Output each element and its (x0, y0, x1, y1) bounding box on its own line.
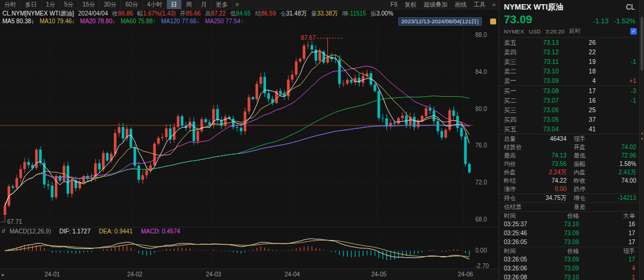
book-level-label: 卖三 (504, 57, 528, 66)
stat-振幅: 振幅1.58% (574, 160, 636, 168)
tool-F9[interactable]: F9 (387, 0, 401, 9)
period-tab-分时[interactable]: 分时 (0, 0, 21, 9)
vertical-scrollbar[interactable]: ▲ ▼ (639, 0, 644, 280)
book-row-卖五[interactable]: 卖五73.1326 (499, 38, 639, 47)
svg-text:72.0: 72.0 (475, 179, 487, 186)
book-volume: 41 (559, 124, 596, 134)
book-row-买三[interactable]: 买三73.0625 (499, 105, 639, 115)
book-row-买一[interactable]: 买一73.0817-3 (499, 86, 639, 96)
big-trade-row: 03:26:0573.0917 (499, 238, 639, 247)
info-field-量: 量33.38万 (311, 10, 338, 18)
book-row-卖一[interactable]: 卖一73.094+1 (499, 76, 639, 86)
stat-value: 2.41万 (619, 168, 636, 177)
period-tab-4小时[interactable]: 4小时 (143, 0, 168, 9)
trade-price: 73.09 (542, 229, 579, 238)
scrollbar-thumb[interactable] (640, 17, 643, 70)
trade-volume: 17 (579, 229, 635, 238)
period-tab-周[interactable]: 周 (182, 0, 197, 9)
book-volume: 18 (559, 66, 596, 76)
book-row-卖二[interactable]: 卖二73.1018 (499, 66, 639, 76)
stat-label: 估结算 (504, 203, 522, 211)
tick-trade-header: 时间价格现手 (499, 247, 639, 255)
stat-value: 0.00 (555, 185, 566, 193)
info-field-高: 高87.22 (205, 10, 226, 18)
delay-info-icon[interactable]: ✓ (630, 28, 637, 35)
scroll-down-icon[interactable]: ▼ (640, 137, 644, 141)
divider (0, 269, 499, 269)
book-volume-delta: -3 (596, 86, 636, 96)
info-field-label: 低 (230, 10, 236, 17)
stat-总量: 总量46434 (504, 135, 574, 143)
stat-value: 74.02 (621, 143, 636, 152)
macd-hist-value: MACD: 0.4574 (141, 228, 180, 235)
price-change: -1.13 -1.52% (593, 17, 637, 24)
info-field-低: 低84.65 (230, 10, 251, 18)
last-price: 73.09 (504, 13, 532, 26)
order-book: 卖五73.1326卖四73.1222卖三73.1119-1卖二73.1018卖一… (499, 37, 639, 134)
book-price: 73.07 (528, 96, 559, 105)
scroll-up-icon[interactable]: ▲ (640, 131, 644, 136)
col-vol: 大单 (579, 212, 635, 220)
book-level-label: 买三 (504, 105, 528, 115)
stat-外盘: 外盘2.24万 (504, 168, 574, 177)
trade-volume: 17 (579, 238, 635, 247)
period-tab-更多[interactable]: 更多 (212, 0, 233, 9)
tool-超级叠加[interactable]: 超级叠加 (420, 0, 451, 9)
book-row-买二[interactable]: 买二73.0716-1 (499, 96, 639, 105)
book-level-label: 卖一 (504, 76, 528, 85)
ma-value-MA120: MA120 77.66↓ (161, 18, 200, 24)
col-time: 时间 (504, 212, 542, 220)
period-tab-1分[interactable]: 1分 (42, 0, 60, 9)
stats-row: 昨结74.22昨收74.00 (499, 177, 639, 185)
range-pin-icon[interactable] (490, 19, 496, 24)
macd-collapse-icon[interactable]: ⇵ (1, 229, 6, 234)
stat-label: 结算价 (504, 143, 522, 152)
svg-text:0.00: 0.00 (475, 247, 487, 254)
book-volume: 19 (559, 57, 596, 66)
more-menu-icon[interactable]: ≡ (233, 0, 242, 9)
toolbar-overflow-icon[interactable]: » (489, 0, 499, 9)
info-field-value: 1.67%(1.43) (143, 10, 175, 17)
info-field-结: 结86.59 (255, 10, 276, 18)
period-tab-月[interactable]: 月 (197, 0, 212, 9)
period-tab-30分[interactable]: 30分 (100, 0, 121, 9)
trade-price: 73.10 (542, 273, 579, 280)
candlestick-chart[interactable]: 88.084.080.076.072.068.024-0124-0224-032… (0, 0, 499, 280)
trade-price: 73.09 (542, 264, 579, 273)
period-tab-60分[interactable]: 60分 (121, 0, 143, 9)
period-tab-5分[interactable]: 5分 (60, 0, 79, 9)
info-field-label: 结 (255, 10, 261, 17)
book-price: 73.08 (528, 86, 559, 96)
period-tab-15分[interactable]: 15分 (78, 0, 100, 9)
stat-label: 内盘 (574, 168, 586, 177)
stat-昨收: 昨收74.00 (574, 177, 636, 185)
stats-row: 结算价开盘74.02 (499, 143, 639, 152)
book-row-买四[interactable]: 买四73.0537 (499, 115, 639, 124)
svg-text:24-05: 24-05 (371, 271, 387, 278)
info-field-value: 84.65 (236, 10, 251, 17)
svg-text:24-06: 24-06 (458, 271, 473, 278)
stat-label: 增仓 (574, 194, 586, 202)
stat-label: 涨停 (504, 185, 516, 193)
tick-trades-table: 时间价格现手03:26:0573.091703:26:0673.09403:26… (499, 247, 639, 280)
stat-开盘: 开盘74.02 (574, 143, 636, 152)
info-field-label: 仓 (280, 10, 286, 17)
book-row-买五[interactable]: 买五73.0441 (499, 124, 639, 134)
tool-工具[interactable]: 工具 (470, 0, 489, 9)
tool-画线[interactable]: 画线 (451, 0, 470, 9)
stats-grid: 总量46434现手结算价开盘74.02最高74.13最低72.96均价73.56… (499, 134, 639, 211)
stat-结算价: 结算价 (504, 143, 574, 152)
trade-volume: 4 (579, 264, 635, 273)
period-tab-多日[interactable]: 多日 (21, 0, 42, 9)
svg-text:24-01: 24-01 (45, 271, 60, 278)
info-field-value: 85.66 (186, 10, 201, 17)
stat-value: -14213 (618, 194, 636, 202)
book-price: 73.12 (528, 47, 559, 57)
symbol-info-bar: CL.NYM[NYMEX WTI原油] 2024/04/04 收86.86幅1.… (0, 10, 501, 17)
timeline-expand-icon[interactable]: ▸ (2, 272, 5, 278)
period-tab-日[interactable]: 日 (167, 0, 182, 9)
tool-复权[interactable]: 复权 (401, 0, 420, 9)
book-row-卖四[interactable]: 卖四73.1222 (499, 47, 639, 57)
stat-label: 昨收 (574, 177, 586, 185)
book-row-卖三[interactable]: 卖三73.1119-1 (499, 57, 639, 66)
